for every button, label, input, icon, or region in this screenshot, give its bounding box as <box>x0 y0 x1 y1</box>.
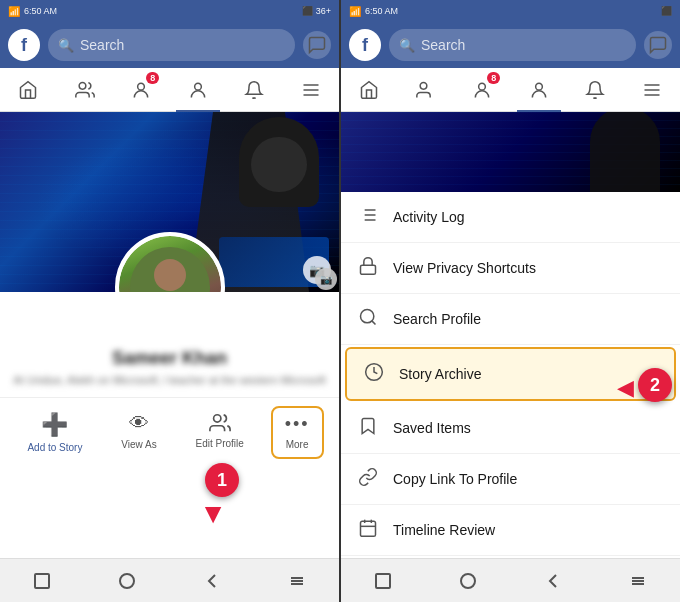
nav-home-left[interactable] <box>6 68 50 112</box>
time-right: 6:50 AM <box>365 6 398 16</box>
privacy-icon <box>357 256 379 280</box>
svg-rect-10 <box>35 574 49 588</box>
add-story-btn[interactable]: ➕ Add to Story <box>15 406 94 459</box>
groups-badge-right: 8 <box>487 72 500 84</box>
more-btn[interactable]: ••• More <box>271 406 324 459</box>
arrow-left: ◀ <box>617 375 634 401</box>
add-story-icon: ➕ <box>41 412 68 438</box>
privacy-label: View Privacy Shortcuts <box>393 260 536 276</box>
fb-logo-right: f <box>349 29 381 61</box>
status-bar-left: 📶 6:50 AM ⬛ 36+ <box>0 0 339 22</box>
messenger-icon-left[interactable] <box>303 31 331 59</box>
bottom-bar-left <box>0 558 339 602</box>
nav-back-right[interactable] <box>533 569 573 593</box>
signal-right: ⬛ <box>661 6 672 16</box>
search-input-right[interactable] <box>421 37 626 53</box>
step1-badge: 1 <box>205 463 239 497</box>
more-label: More <box>286 439 309 450</box>
status-bar-right: 📶 6:50 AM ⬛ <box>341 0 680 22</box>
profile-name: Sameer Khan <box>12 348 327 369</box>
profile-info: Sameer Khan At Unidue, Alekh on Microsof… <box>0 348 339 397</box>
svg-line-29 <box>372 321 376 325</box>
view-as-btn[interactable]: 👁 View As <box>109 406 168 459</box>
timeline-review-icon <box>357 518 379 542</box>
profile-bio: At Unidue, Alekh on Microsoft, l teacher… <box>12 373 327 387</box>
nav-groups-left[interactable]: 8 <box>119 68 163 112</box>
signal-left: ⬛ <box>302 6 313 16</box>
add-story-label: Add to Story <box>27 442 82 453</box>
activity-log-icon <box>357 205 379 229</box>
more-icon: ••• <box>285 414 310 435</box>
right-phone-panel: 📶 6:50 AM ⬛ f 🔍 8 <box>341 0 680 602</box>
fb-topbar-left: f 🔍 <box>0 22 339 68</box>
svg-point-16 <box>479 83 486 90</box>
svg-rect-27 <box>361 265 376 274</box>
search-bar-left[interactable]: 🔍 <box>48 29 295 61</box>
step2-badge: 2 <box>638 368 672 402</box>
svg-point-7 <box>154 259 186 291</box>
edit-profile-btn[interactable]: Edit Profile <box>183 406 255 459</box>
edit-profile-icon <box>209 412 231 434</box>
nav-notifications-left[interactable] <box>232 68 276 112</box>
fb-logo-left: f <box>8 29 40 61</box>
timeline-review-label: Timeline Review <box>393 522 495 538</box>
search-profile-label: Search Profile <box>393 311 481 327</box>
search-input-left[interactable] <box>80 37 285 53</box>
battery-left: 36+ <box>316 6 331 16</box>
svg-rect-35 <box>376 574 390 588</box>
nav-circle-left[interactable] <box>107 569 147 593</box>
svg-rect-31 <box>361 521 376 536</box>
svg-point-9 <box>213 415 220 422</box>
copy-link-icon <box>357 467 379 491</box>
nav-icons-right: 8 <box>341 68 680 112</box>
nav-lines-right[interactable] <box>618 569 658 593</box>
search-icon-right: 🔍 <box>399 38 415 53</box>
story-archive-label: Story Archive <box>399 366 481 382</box>
menu-item-activity-log[interactable]: Activity Log <box>341 192 680 243</box>
svg-point-11 <box>120 574 134 588</box>
fb-topbar-right: f 🔍 <box>341 22 680 68</box>
menu-item-search-profile[interactable]: Search Profile <box>341 294 680 345</box>
nav-back-left[interactable] <box>192 569 232 593</box>
view-as-label: View As <box>121 439 156 450</box>
story-archive-icon <box>363 362 385 386</box>
nav-circle-right[interactable] <box>448 569 488 593</box>
view-as-icon: 👁 <box>129 412 149 435</box>
menu-item-privacy[interactable]: View Privacy Shortcuts <box>341 243 680 294</box>
groups-badge-left: 8 <box>146 72 159 84</box>
menu-item-copy-link[interactable]: Copy Link To Profile <box>341 454 680 505</box>
search-icon-left: 🔍 <box>58 38 74 53</box>
cover-photo-left: 📷 📷 <box>0 112 339 292</box>
left-phone-panel: 📶 6:50 AM ⬛ 36+ f 🔍 8 <box>0 0 339 602</box>
cover-strip-right <box>341 112 680 192</box>
bottom-bar-right <box>341 558 680 602</box>
search-profile-icon <box>357 307 379 331</box>
svg-point-15 <box>420 82 427 89</box>
nav-square-left[interactable] <box>22 569 62 593</box>
arrow-down: ▼ <box>199 498 227 530</box>
time-left: 6:50 AM <box>24 6 57 16</box>
nav-menu-left[interactable] <box>289 68 333 112</box>
svg-point-1 <box>138 83 145 90</box>
nav-notifications-right[interactable] <box>573 68 617 112</box>
svg-point-36 <box>461 574 475 588</box>
svg-point-28 <box>361 310 374 323</box>
nav-profile-left[interactable] <box>176 68 220 112</box>
nav-menu-right[interactable] <box>630 68 674 112</box>
nav-friends-left[interactable] <box>63 68 107 112</box>
nav-friends-right[interactable] <box>404 68 448 112</box>
nav-profile-right[interactable] <box>517 68 561 112</box>
svg-point-0 <box>79 82 86 89</box>
action-buttons: ➕ Add to Story 👁 View As Edit Profile ••… <box>0 397 339 467</box>
menu-item-timeline-review[interactable]: Timeline Review <box>341 505 680 556</box>
nav-lines-left[interactable] <box>277 569 317 593</box>
nav-home-right[interactable] <box>347 68 391 112</box>
nav-groups-right[interactable]: 8 <box>460 68 504 112</box>
messenger-icon-right[interactable] <box>644 31 672 59</box>
search-bar-right[interactable]: 🔍 <box>389 29 636 61</box>
svg-point-17 <box>535 83 542 90</box>
menu-item-saved-items[interactable]: Saved Items <box>341 403 680 454</box>
camera-btn-profile[interactable]: 📷 <box>315 268 337 290</box>
nav-square-right[interactable] <box>363 569 403 593</box>
edit-profile-label: Edit Profile <box>195 438 243 449</box>
